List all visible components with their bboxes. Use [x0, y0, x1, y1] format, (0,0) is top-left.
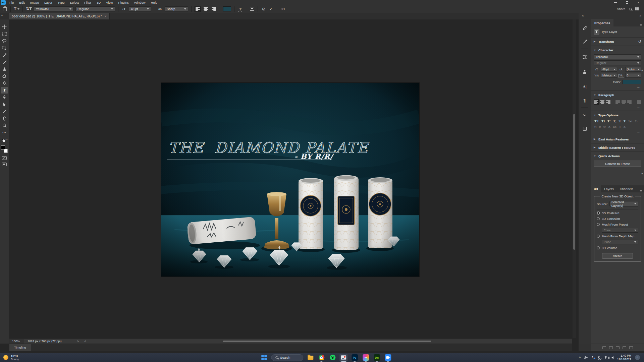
- libraries-panel-icon[interactable]: [580, 124, 589, 133]
- horizontal-scrollbar-thumb[interactable]: [223, 341, 431, 342]
- menu-plugins[interactable]: Plugins: [116, 0, 131, 5]
- taskbar-search[interactable]: Search: [271, 354, 303, 361]
- weather-widget[interactable]: 16°C Sunny: [0, 354, 101, 361]
- document-tab-close-icon[interactable]: ×: [105, 14, 107, 18]
- transform-section-header[interactable]: ▶Transform ↺: [591, 38, 644, 45]
- update-sync-icon[interactable]: ↻: [592, 355, 595, 360]
- menu-filter[interactable]: Filter: [82, 0, 94, 5]
- 3d-mode-button[interactable]: 3D: [280, 6, 285, 12]
- convert-to-frame-button[interactable]: Convert to Frame: [594, 161, 641, 167]
- quick-actions-section-header[interactable]: ▼Quick Actions: [591, 153, 644, 159]
- justify-left-button[interactable]: [615, 99, 620, 105]
- character-color-swatch[interactable]: [623, 80, 641, 84]
- small-caps-button[interactable]: Tt: [601, 119, 605, 123]
- paragraph-align-left-button[interactable]: [594, 99, 599, 105]
- document-canvas[interactable]: THE DIAMOND PALATE - BY R/R/: [161, 83, 419, 277]
- volume-icon[interactable]: [611, 356, 613, 359]
- zoom-level-field[interactable]: 100%: [9, 339, 24, 344]
- font-size-select[interactable]: 48 pt: [129, 6, 151, 12]
- 3d-postcard-option[interactable]: 3D Postcard: [594, 210, 641, 216]
- mesh-from-depth-map-radio[interactable]: [597, 235, 600, 238]
- type-options-more-icon[interactable]: •••: [591, 130, 644, 134]
- object-selection-tool-icon[interactable]: [1, 45, 8, 51]
- adjustments-panel-icon[interactable]: [580, 52, 589, 61]
- 3d-postcard-radio[interactable]: [597, 212, 600, 215]
- character-font-family-select[interactable]: Yellowtail: [594, 54, 641, 59]
- chrome-icon[interactable]: [317, 354, 325, 362]
- taskbar-clock[interactable]: 1:40 PM 11/14/2022: [617, 354, 631, 361]
- 3d-extrusion-option[interactable]: 3D Extrusion: [594, 216, 641, 222]
- dimension-icon[interactable]: Dn: [373, 354, 381, 362]
- superscript-button[interactable]: T¹: [607, 119, 611, 123]
- align-center-button[interactable]: [203, 6, 209, 12]
- mesh-from-preset-radio[interactable]: [597, 223, 600, 226]
- clone-stamp-tool-icon[interactable]: [1, 66, 8, 72]
- zoom-tool-icon[interactable]: [1, 122, 8, 129]
- mesh-preset-select[interactable]: Cone: [602, 228, 638, 233]
- start-button[interactable]: [260, 354, 268, 362]
- justify-all-button[interactable]: [637, 99, 641, 105]
- brushes-panel-icon[interactable]: [580, 37, 589, 46]
- middle-eastern-section-header[interactable]: ▶Middle Eastern Features: [591, 144, 644, 151]
- minimize-icon[interactable]: [610, 0, 621, 5]
- status-chevron-left-icon[interactable]: <: [82, 340, 89, 343]
- spotify-icon[interactable]: [328, 354, 336, 362]
- mesh-from-preset-option[interactable]: Mesh From Preset: [594, 222, 641, 227]
- close-icon[interactable]: ×: [633, 0, 644, 5]
- warp-text-icon[interactable]: T: [237, 6, 243, 12]
- menu-select[interactable]: Select: [67, 0, 81, 5]
- creative-cloud-icon[interactable]: ∞: [362, 354, 370, 362]
- east-asian-section-header[interactable]: ▶East Asian Features: [591, 136, 644, 142]
- properties-scroll-down-icon[interactable]: ▼: [641, 173, 643, 175]
- contextual-alternates-button[interactable]: ơ: [599, 125, 601, 129]
- font-style-select[interactable]: Regular: [75, 6, 115, 12]
- timeline-tab[interactable]: Timeline: [9, 344, 31, 351]
- character-more-options-icon[interactable]: •••: [591, 85, 644, 90]
- paragraph-align-center-button[interactable]: [600, 99, 604, 105]
- channels-tab[interactable]: Channels: [617, 185, 636, 192]
- tray-overflow-icon[interactable]: ^: [579, 356, 581, 359]
- depth-map-select[interactable]: Plane: [602, 240, 638, 244]
- fractions-button[interactable]: ½: [635, 119, 638, 123]
- 3d-footer-icon-3[interactable]: [616, 346, 620, 349]
- type-options-section-header[interactable]: ▼Type Options: [591, 112, 644, 118]
- status-chevron-right-icon[interactable]: >: [74, 340, 82, 343]
- swap-colors-icon[interactable]: ⇄: [5, 138, 8, 141]
- character-kerning-select[interactable]: Metrics: [601, 73, 617, 78]
- text-orientation-icon[interactable]: ⇅T: [26, 6, 32, 12]
- workspace-switcher-icon[interactable]: [635, 7, 639, 11]
- menu-layer[interactable]: Layer: [42, 0, 55, 5]
- standard-ligatures-button[interactable]: fi: [594, 125, 596, 129]
- file-explorer-icon[interactable]: [306, 354, 314, 362]
- character-leading-select[interactable]: (Auto): [625, 67, 642, 72]
- default-colors-icon[interactable]: ⇄: [2, 139, 7, 142]
- horizontal-scrollbar[interactable]: [89, 339, 572, 344]
- type-tool-icon[interactable]: T: [1, 87, 8, 94]
- collapse-panels-icon[interactable]: «: [582, 14, 584, 17]
- wifi-icon[interactable]: [604, 356, 608, 359]
- 3d-panel-menu-icon[interactable]: ≡: [638, 188, 644, 192]
- create-button[interactable]: Create: [602, 253, 633, 259]
- menu-file[interactable]: File: [6, 0, 16, 5]
- home-icon[interactable]: [2, 6, 7, 12]
- path-selection-tool-icon[interactable]: [1, 101, 8, 108]
- 3d-volume-option[interactable]: 3D Volume: [594, 245, 641, 251]
- properties-menu-icon[interactable]: ≡: [638, 22, 644, 26]
- menu-edit[interactable]: Edit: [17, 0, 27, 5]
- transform-reset-icon[interactable]: ↺: [638, 40, 641, 44]
- character-tracking-select[interactable]: 0: [625, 73, 642, 78]
- snapshot-panel-icon[interactable]: ✂: [580, 111, 589, 120]
- mesh-from-depth-map-option[interactable]: Mesh From Depth Map: [594, 233, 641, 239]
- 3d-extrusion-radio[interactable]: [597, 217, 600, 220]
- underline-button[interactable]: T: [619, 119, 621, 123]
- all-caps-button[interactable]: TT: [594, 119, 599, 123]
- titling-alternates-button[interactable]: T: [619, 125, 621, 129]
- stylistic-alternates-button[interactable]: aa: [613, 125, 616, 129]
- paint-bucket-tool-icon[interactable]: [1, 80, 8, 86]
- eyedropper-tool-icon[interactable]: [1, 52, 8, 58]
- brush-tool-icon[interactable]: [1, 59, 8, 65]
- character-size-select[interactable]: 48 pt: [601, 67, 617, 72]
- source-select[interactable]: Selected Layer(s): [609, 201, 638, 206]
- font-family-select[interactable]: Yellowtail: [34, 6, 73, 12]
- strikethrough-button[interactable]: T: [624, 119, 626, 123]
